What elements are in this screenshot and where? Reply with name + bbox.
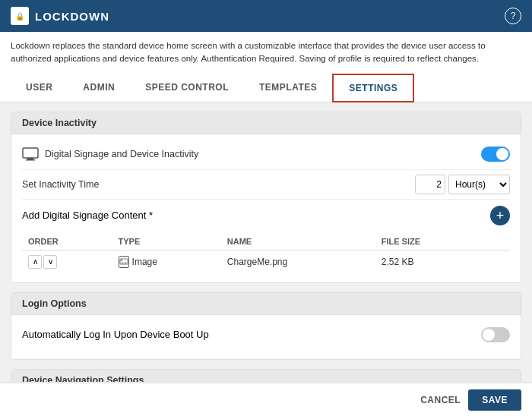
login-options-section: Login Options Automatically Log In Upon … bbox=[11, 292, 521, 360]
digital-signage-row: Digital Signage and Device Inactivity bbox=[22, 143, 510, 169]
app-header: 🔒 LOCKDOWN ? bbox=[0, 0, 532, 32]
cancel-button[interactable]: CANCEL bbox=[420, 395, 461, 405]
app-logo: 🔒 bbox=[11, 7, 29, 25]
col-actions bbox=[484, 233, 510, 251]
svg-rect-2 bbox=[26, 159, 35, 161]
app-title: LOCKDOWN bbox=[35, 10, 109, 23]
tab-bar: USER ADMIN SPEED CONTROL TEMPLATES SETTI… bbox=[0, 74, 532, 102]
login-options-body: Automatically Log In Upon Device Boot Up bbox=[11, 315, 521, 359]
svg-point-5 bbox=[121, 260, 122, 261]
login-options-header: Login Options bbox=[11, 293, 521, 315]
tab-settings[interactable]: SETTINGS bbox=[332, 74, 414, 102]
order-up-button[interactable]: ∧ bbox=[28, 255, 42, 269]
signage-table: ORDER TYPE NAME FILE SIZE ∧ ∨ bbox=[22, 233, 510, 273]
main-content: Device Inactivity Digital Signage and De… bbox=[0, 102, 532, 382]
col-filesize: FILE SIZE bbox=[375, 233, 484, 251]
row-delete bbox=[484, 250, 510, 273]
auto-login-row: Automatically Log In Upon Device Boot Up bbox=[22, 324, 510, 350]
inactivity-controls: Hour(s) Minute(s) bbox=[415, 175, 510, 194]
inactivity-unit-select[interactable]: Hour(s) Minute(s) bbox=[448, 175, 510, 194]
monitor-icon bbox=[22, 147, 39, 161]
tab-user[interactable]: USER bbox=[11, 74, 68, 102]
inactivity-value-input[interactable] bbox=[415, 175, 445, 194]
row-type: Image bbox=[112, 250, 221, 273]
inactivity-time-label: Set Inactivity Time bbox=[22, 179, 99, 190]
auto-login-label: Automatically Log In Upon Device Boot Up bbox=[22, 329, 209, 340]
row-order: ∧ ∨ bbox=[22, 250, 112, 273]
add-signage-button[interactable]: + bbox=[490, 206, 510, 225]
order-down-button[interactable]: ∨ bbox=[43, 255, 57, 269]
device-inactivity-section: Device Inactivity Digital Signage and De… bbox=[11, 112, 521, 283]
add-signage-row: Add Digital Signage Content * + bbox=[22, 199, 510, 230]
col-type: TYPE bbox=[112, 233, 221, 251]
footer: CANCEL SAVE bbox=[0, 383, 532, 416]
auto-login-toggle[interactable] bbox=[481, 327, 510, 342]
row-name: ChargeMe.png bbox=[221, 250, 375, 273]
add-signage-label: Add Digital Signage Content * bbox=[22, 210, 153, 221]
save-button[interactable]: SAVE bbox=[468, 389, 521, 411]
description-text: Lockdown replaces the standard device ho… bbox=[0, 32, 532, 74]
col-order: ORDER bbox=[22, 233, 112, 251]
tab-templates[interactable]: TEMPLATES bbox=[244, 74, 332, 102]
digital-signage-toggle[interactable] bbox=[481, 147, 510, 162]
device-navigation-section: Device Navigation Settings Navigation Ba… bbox=[11, 369, 521, 382]
tab-speed-control[interactable]: SPEED CONTROL bbox=[130, 74, 244, 102]
svg-rect-3 bbox=[119, 256, 128, 267]
image-file-icon bbox=[119, 256, 129, 268]
svg-rect-0 bbox=[23, 148, 38, 158]
device-inactivity-body: Digital Signage and Device Inactivity Se… bbox=[11, 134, 521, 282]
device-navigation-header: Device Navigation Settings bbox=[11, 370, 521, 382]
device-inactivity-header: Device Inactivity bbox=[11, 112, 521, 134]
tab-admin[interactable]: ADMIN bbox=[68, 74, 130, 102]
row-filesize: 2.52 KB bbox=[375, 250, 484, 273]
inactivity-time-row: Set Inactivity Time Hour(s) Minute(s) bbox=[22, 169, 510, 199]
digital-signage-label: Digital Signage and Device Inactivity bbox=[22, 147, 198, 161]
header-left: 🔒 LOCKDOWN bbox=[11, 7, 109, 25]
col-name: NAME bbox=[221, 233, 375, 251]
table-row: ∧ ∨ bbox=[22, 250, 510, 273]
svg-rect-1 bbox=[27, 158, 33, 159]
help-button[interactable]: ? bbox=[505, 8, 521, 24]
